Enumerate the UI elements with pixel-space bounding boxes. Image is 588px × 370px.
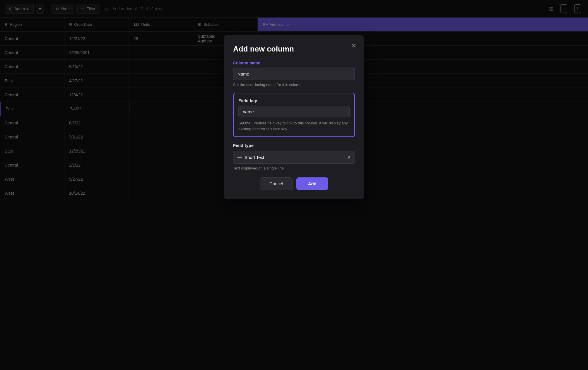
- field-key-label: Field key: [238, 98, 350, 103]
- field-key-hint: Set the Firestore field key to link to t…: [238, 120, 350, 132]
- field-key-section: Field key Set the Firestore field key to…: [233, 93, 355, 137]
- field-type-value: Short Text: [245, 155, 264, 160]
- field-type-select[interactable]: — Short Text ∨: [233, 151, 355, 164]
- column-name-label: Column name: [233, 61, 355, 65]
- column-name-input[interactable]: [233, 68, 355, 80]
- modal-overlay[interactable]: Add new column ✕ Column name Set the use…: [0, 0, 588, 370]
- column-name-hint: Set the user-facing name for this column…: [233, 83, 355, 87]
- field-type-hint: Text displayed on a single line.: [233, 166, 355, 170]
- modal-close-button[interactable]: ✕: [349, 41, 358, 50]
- modal-actions: Cancel Add: [233, 177, 355, 190]
- cancel-button[interactable]: Cancel: [260, 177, 293, 190]
- add-button[interactable]: Add: [296, 177, 328, 190]
- field-key-input[interactable]: [238, 106, 350, 117]
- short-text-icon: —: [237, 155, 242, 160]
- chevron-down-icon: ∨: [347, 155, 351, 160]
- add-column-modal: Add new column ✕ Column name Set the use…: [224, 35, 364, 199]
- modal-title: Add new column: [233, 44, 355, 54]
- field-type-label: Field type: [233, 143, 355, 148]
